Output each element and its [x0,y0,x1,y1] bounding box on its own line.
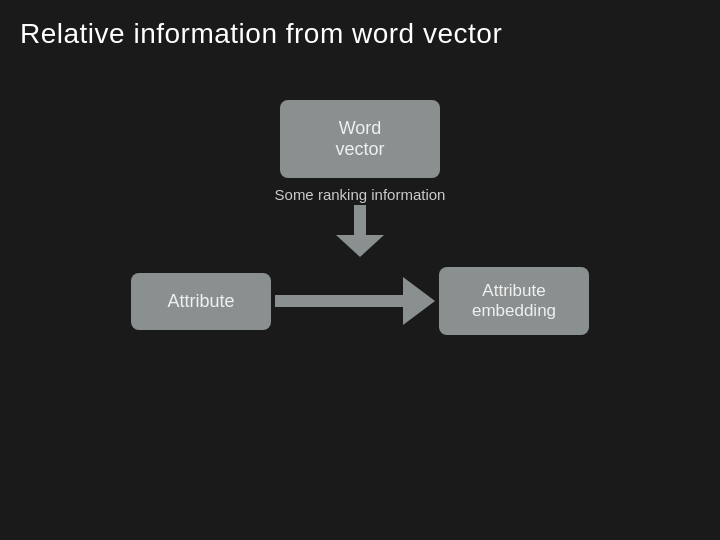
attribute-box: Attribute [131,273,271,330]
ranking-info-label: Some ranking information [275,186,446,203]
svg-marker-3 [403,277,435,325]
diagram-container: Word vector Some ranking information Att… [0,80,720,540]
attribute-embedding-box: Attribute embedding [439,267,589,335]
down-arrow-icon [336,205,384,257]
svg-rect-0 [354,205,366,237]
svg-marker-1 [336,235,384,257]
page-title: Relative information from word vector [20,18,502,50]
right-arrow-icon [275,277,435,325]
word-vector-box: Word vector [280,100,440,178]
down-arrow-section: Some ranking information [275,182,446,257]
bottom-row: Attribute Attribute embedding [131,267,589,335]
svg-rect-2 [275,295,407,307]
